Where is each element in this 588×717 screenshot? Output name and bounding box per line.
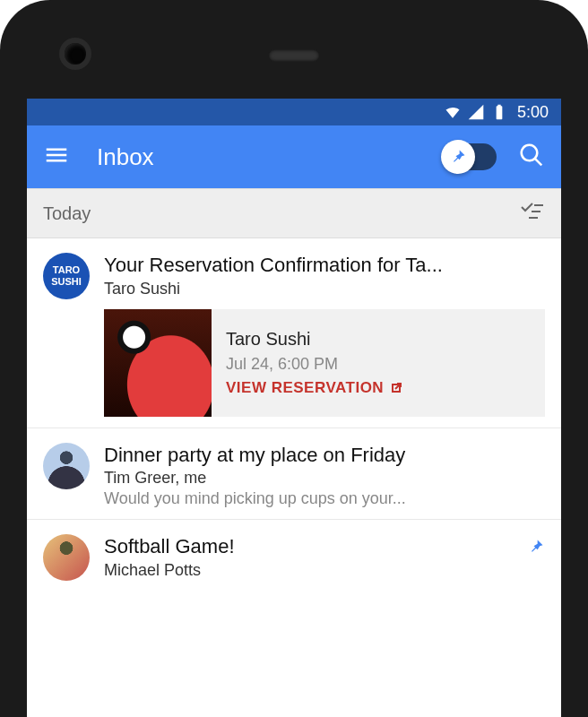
message-sender: Michael Potts (104, 561, 527, 580)
wifi-icon (444, 103, 462, 121)
device-frame: 5:00 Inbox Today (0, 0, 588, 717)
card-action-label: VIEW RESERVATION (226, 379, 384, 397)
status-bar: 5:00 (27, 99, 561, 125)
section-header: Today (27, 188, 561, 238)
pin-filter-toggle[interactable] (445, 143, 497, 170)
message-subject: Your Reservation Confirmation for Ta... (104, 253, 545, 278)
external-link-icon (389, 381, 403, 395)
message-subject: Softball Game! (104, 534, 527, 559)
pinned-indicator (527, 538, 545, 559)
message-row[interactable]: TARO SUSHI Your Reservation Confirmation… (27, 238, 561, 428)
message-body: Dinner party at my place on Friday Tim G… (104, 443, 545, 509)
message-body: Your Reservation Confirmation for Ta... … (104, 253, 545, 417)
pin-icon (449, 148, 467, 166)
avatar (43, 534, 90, 581)
app-bar: Inbox (27, 125, 561, 188)
message-preview: Would you mind picking up cups on your..… (104, 489, 545, 508)
toggle-knob (441, 140, 475, 174)
message-sender: Taro Sushi (104, 280, 545, 298)
avatar-text: TARO SUSHI (51, 264, 82, 287)
battery-icon (490, 103, 508, 121)
reservation-card[interactable]: Taro Sushi Jul 24, 6:00 PM VIEW RESERVAT… (104, 309, 545, 417)
avatar: TARO SUSHI (43, 253, 90, 299)
card-info: Taro Sushi Jul 24, 6:00 PM VIEW RESERVAT… (212, 309, 418, 417)
status-time: 5:00 (517, 103, 549, 122)
search-icon (518, 142, 545, 168)
device-camera (65, 43, 86, 65)
screen: 5:00 Inbox Today (27, 99, 561, 717)
view-reservation-link[interactable]: VIEW RESERVATION (226, 379, 403, 397)
card-thumbnail (104, 309, 212, 417)
card-title: Taro Sushi (226, 329, 403, 350)
avatar (43, 443, 90, 489)
message-row[interactable]: Softball Game! Michael Potts (27, 520, 561, 592)
message-sender: Tim Greer, me (104, 469, 545, 488)
sweep-icon (520, 202, 545, 221)
sweep-button[interactable] (520, 202, 545, 226)
hamburger-icon (43, 142, 70, 168)
message-body: Softball Game! Michael Potts (104, 534, 545, 581)
menu-button[interactable] (43, 142, 70, 172)
page-title: Inbox (97, 143, 154, 171)
card-subtitle: Jul 24, 6:00 PM (226, 355, 403, 374)
search-button[interactable] (518, 142, 545, 172)
pin-icon (527, 538, 545, 556)
signal-icon (467, 103, 485, 121)
section-label: Today (43, 203, 91, 224)
message-row[interactable]: Dinner party at my place on Friday Tim G… (27, 428, 561, 521)
message-subject: Dinner party at my place on Friday (104, 443, 545, 468)
